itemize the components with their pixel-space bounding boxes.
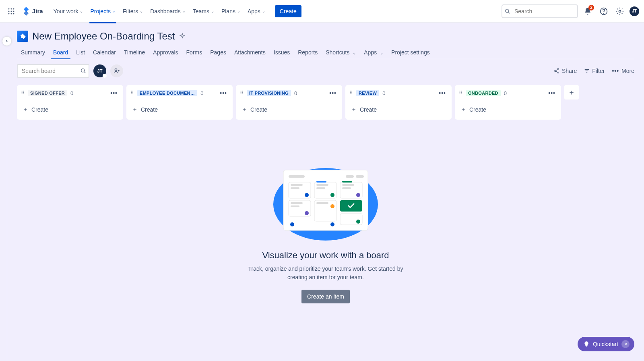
- column-create-button[interactable]: ＋Create: [240, 104, 338, 116]
- nav-item-filters[interactable]: Filters⌄: [120, 6, 146, 17]
- column-name[interactable]: IT PROVISIONING: [247, 90, 291, 96]
- column-more-button[interactable]: •••: [218, 89, 229, 97]
- more-button[interactable]: ••• More: [612, 68, 634, 74]
- chevron-down-icon: ⌄: [80, 9, 83, 13]
- project-header: New Employee On-Boarding Test: [17, 31, 634, 42]
- column-name[interactable]: REVIEW: [356, 90, 379, 96]
- svg-point-49: [330, 222, 334, 226]
- drag-handle-icon[interactable]: ⠿: [130, 90, 134, 96]
- tab-calendar[interactable]: Calendar: [89, 46, 120, 59]
- sidebar-expand-button[interactable]: [2, 36, 12, 46]
- nav-item-your-work[interactable]: Your work⌄: [50, 6, 87, 17]
- tab-summary[interactable]: Summary: [17, 46, 49, 59]
- board-columns: ⠿SIGNED OFFER0•••＋Create⠿EMPLOYEE DOCUME…: [17, 85, 634, 120]
- plus-icon: ＋: [23, 106, 28, 113]
- tab-timeline[interactable]: Timeline: [120, 46, 149, 59]
- quickstart-close-button[interactable]: ✕: [621, 340, 630, 348]
- assignee-avatar[interactable]: JT: [93, 64, 106, 77]
- nav-item-teams[interactable]: Teams⌄: [190, 6, 217, 17]
- svg-line-15: [84, 72, 86, 73]
- column-more-button[interactable]: •••: [328, 89, 338, 97]
- quickstart-button[interactable]: Quickstart ✕: [578, 337, 634, 351]
- column-name[interactable]: ONBOARDED: [466, 90, 501, 96]
- column-create-button[interactable]: ＋Create: [459, 104, 557, 116]
- column-create-button[interactable]: ＋Create: [349, 104, 448, 116]
- help-icon[interactable]: [597, 5, 610, 18]
- svg-point-8: [13, 13, 14, 14]
- share-button[interactable]: Share: [554, 68, 577, 74]
- column-name[interactable]: EMPLOYEE DOCUMEN…: [137, 90, 197, 96]
- tab-reports[interactable]: Reports: [294, 46, 322, 59]
- svg-point-45: [330, 193, 334, 197]
- tab-list[interactable]: List: [72, 46, 89, 59]
- svg-rect-33: [291, 184, 303, 186]
- svg-rect-30: [346, 175, 354, 178]
- tab-board[interactable]: Board: [49, 46, 72, 59]
- jira-logo[interactable]: Jira: [19, 7, 45, 16]
- svg-point-12: [604, 13, 604, 13]
- lightbulb-icon: [583, 341, 590, 347]
- tab-shortcuts[interactable]: Shortcuts ⌄: [322, 46, 360, 59]
- tab-project-settings[interactable]: Project settings: [387, 46, 434, 59]
- create-item-button[interactable]: Create an item: [301, 290, 350, 303]
- column-more-button[interactable]: •••: [109, 89, 119, 97]
- column-more-button[interactable]: •••: [547, 89, 557, 97]
- svg-rect-53: [342, 187, 351, 189]
- search-icon: [505, 8, 510, 14]
- tab-pages[interactable]: Pages: [206, 46, 230, 59]
- svg-point-0: [8, 8, 10, 9]
- drag-handle-icon[interactable]: ⠿: [21, 90, 25, 96]
- notifications-icon[interactable]: 2: [581, 5, 594, 18]
- svg-point-5: [13, 10, 14, 12]
- svg-rect-51: [342, 181, 352, 183]
- settings-icon[interactable]: [613, 5, 626, 18]
- drag-handle-icon[interactable]: ⠿: [349, 90, 353, 96]
- column-count: 0: [382, 90, 385, 96]
- plus-icon: ＋: [132, 106, 138, 113]
- svg-point-54: [356, 193, 360, 197]
- nav-item-plans[interactable]: Plans⌄: [218, 6, 244, 17]
- more-label: More: [621, 68, 634, 74]
- global-search: [502, 4, 578, 18]
- project-tabs: SummaryBoardListCalendarTimelineApproval…: [17, 46, 634, 59]
- board-search-input[interactable]: [17, 64, 89, 78]
- search-input[interactable]: [502, 4, 578, 18]
- svg-point-14: [81, 69, 85, 72]
- nav-item-apps[interactable]: Apps⌄: [244, 6, 268, 17]
- nav-item-projects[interactable]: Projects⌄: [87, 6, 119, 17]
- column-create-button[interactable]: ＋Create: [21, 104, 119, 116]
- drag-handle-icon[interactable]: ⠿: [240, 90, 244, 96]
- add-people-button[interactable]: [110, 64, 123, 77]
- tab-approvals[interactable]: Approvals: [149, 46, 182, 59]
- filter-button[interactable]: Filter: [584, 68, 605, 74]
- column-more-button[interactable]: •••: [437, 89, 448, 97]
- column-name[interactable]: SIGNED OFFER: [28, 90, 67, 96]
- svg-point-13: [619, 10, 621, 12]
- svg-rect-38: [291, 205, 299, 207]
- user-avatar[interactable]: JT: [630, 6, 639, 16]
- tab-apps[interactable]: Apps ⌄: [360, 46, 387, 59]
- column-count: 0: [70, 90, 73, 96]
- filter-label: Filter: [592, 68, 605, 74]
- svg-point-3: [8, 10, 10, 12]
- nav-item-dashboards[interactable]: Dashboards⌄: [147, 6, 189, 17]
- tab-attachments[interactable]: Attachments: [230, 46, 270, 59]
- tab-issues[interactable]: Issues: [270, 46, 294, 59]
- atlassian-intelligence-icon[interactable]: [179, 33, 186, 40]
- board-column: ⠿ONBOARDED0•••＋Create: [455, 85, 561, 120]
- svg-rect-43: [316, 184, 328, 186]
- svg-line-23: [556, 71, 557, 72]
- svg-point-19: [557, 68, 559, 70]
- svg-point-1: [11, 8, 12, 9]
- top-navigation: Jira Your work⌄Projects⌄Filters⌄Dashboar…: [0, 0, 644, 23]
- app-switcher-icon[interactable]: [5, 5, 18, 18]
- create-button[interactable]: Create: [275, 5, 301, 17]
- empty-state: Visualize your work with a board Track, …: [241, 160, 410, 303]
- plus-icon: ＋: [242, 106, 247, 113]
- tab-forms[interactable]: Forms: [182, 46, 206, 59]
- column-create-button[interactable]: ＋Create: [130, 104, 229, 116]
- add-column-button[interactable]: ＋: [564, 85, 579, 100]
- search-icon: [80, 68, 86, 74]
- svg-rect-29: [289, 175, 305, 178]
- drag-handle-icon[interactable]: ⠿: [459, 90, 462, 96]
